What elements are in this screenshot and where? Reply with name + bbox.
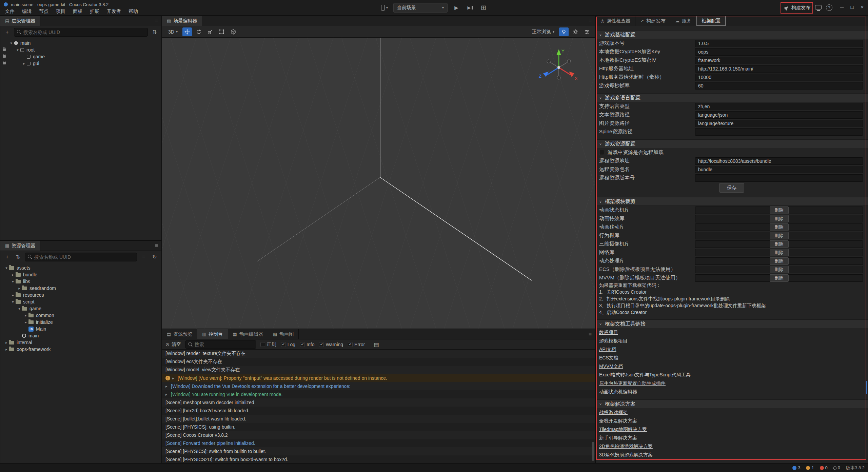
expand-arrow-icon[interactable]: ▸ [10, 293, 16, 297]
tree-node-internal[interactable]: ▸internal [0, 339, 161, 346]
expand-arrow-icon[interactable]: ▸ [165, 384, 171, 389]
export-log-icon[interactable]: ▤ [372, 340, 380, 349]
transform-space-button[interactable] [229, 27, 238, 36]
menu-item-扩展[interactable]: 扩展 [86, 7, 103, 15]
field-input-图片资源路径[interactable] [695, 120, 863, 127]
checkbox-icon[interactable]: ✓ [348, 342, 353, 347]
menu-item-节点[interactable]: 节点 [35, 7, 52, 15]
expand-arrow-icon[interactable]: ▸ [17, 286, 22, 291]
section-游戏基础配置[interactable]: ∨游戏基础配置 [596, 30, 868, 39]
doc-link-2D角色扮演游戏解决方案[interactable]: 2D角色扮演游戏解决方案 [599, 444, 653, 450]
expand-arrow-icon[interactable]: ▸ [21, 61, 27, 66]
delete-button[interactable]: 删除 [770, 206, 789, 214]
menu-item-文件[interactable]: 文件 [1, 7, 18, 15]
tab-service[interactable]: ☁服务 [670, 16, 696, 26]
delete-button[interactable]: 删除 [770, 240, 789, 248]
dimension-toggle-button[interactable]: 3D ▾ [165, 27, 180, 36]
delete-button[interactable]: 删除 [770, 274, 789, 282]
tree-node-main[interactable]: main [0, 332, 161, 339]
lock-icon[interactable] [3, 48, 6, 51]
hierarchy-search[interactable] [14, 28, 148, 37]
tree-node-oops-framework[interactable]: ▸oops-framework [0, 346, 161, 353]
field-input-远程资源地址[interactable] [695, 157, 863, 165]
tab-animation-graph[interactable]: ▧动画图 [268, 329, 299, 339]
tree-node-gui[interactable]: ▸gui [0, 60, 161, 67]
log-row[interactable]: [Scene] [box2d]:box2d wasm lib loaded. [162, 407, 595, 415]
doc-link-3D角色扮演游戏解决方案[interactable]: 3D角色扮演游戏解决方案 [599, 452, 653, 458]
filter-icon[interactable]: ⇅ [151, 28, 159, 36]
checkbox-icon[interactable] [599, 150, 604, 155]
tree-node-game[interactable]: game [0, 53, 161, 60]
console-scrollbar[interactable] [592, 442, 594, 461]
field-input-Http服务器地址[interactable] [695, 65, 863, 73]
log-row[interactable]: [Scene] [PHYSICS]: using builtin. [162, 423, 595, 431]
assets-search-input[interactable] [34, 254, 134, 260]
log-row[interactable]: ▸[Window] Download the Vue Devtools exte… [162, 382, 595, 390]
doc-link-动画状态机编辑器[interactable]: 动画状态机编辑器 [599, 389, 637, 395]
tree-node-resources[interactable]: ▸resources [0, 292, 161, 298]
doc-link-原生包热更新配置自动生成插件[interactable]: 原生包热更新配置自动生成插件 [599, 380, 666, 387]
collapse-arrow-icon[interactable]: ▾ [15, 48, 20, 52]
view-mode-selector[interactable]: 正常浏览 ▾ [529, 27, 557, 36]
log-row[interactable]: [Scene] meshopt wasm decoder initialized [162, 398, 595, 407]
tree-node-libs[interactable]: ▾libs [0, 278, 161, 285]
field-input-本地数据CryptoES加密IV[interactable] [695, 57, 863, 64]
view-options-button[interactable] [582, 27, 592, 36]
doc-link-全栈开发解决方案[interactable]: 全栈开发解决方案 [599, 418, 637, 424]
doc-link-教程项目[interactable]: 教程项目 [599, 330, 618, 336]
step-button[interactable]: ▶ [465, 3, 475, 13]
field-input-Http服务器请求超时（毫秒）[interactable] [695, 74, 863, 81]
doc-link-MVVM文档[interactable]: MVVM文档 [599, 363, 623, 370]
delete-button[interactable]: 删除 [770, 223, 789, 231]
doc-link-战棋游戏框架[interactable]: 战棋游戏框架 [599, 410, 628, 416]
delete-button[interactable]: 删除 [770, 266, 789, 273]
sort-icon[interactable]: ⇅ [14, 253, 22, 261]
tree-node-assets[interactable]: ▾assets [0, 264, 161, 271]
checkbox-icon[interactable]: ✓ [281, 342, 286, 347]
tab-assets[interactable]: ▦ 资源管理器 [0, 241, 40, 251]
checkbox-icon[interactable]: ✓ [319, 342, 324, 347]
checkbox-icon[interactable]: ✓ [300, 342, 305, 347]
log-row[interactable]: [Window] model_view文件夹不存在 [162, 366, 595, 374]
inspector-scrollbar[interactable] [866, 381, 867, 394]
panel-menu-icon[interactable]: ≡ [585, 18, 595, 24]
menu-item-面板[interactable]: 面板 [69, 7, 86, 15]
filter-正则[interactable]: 正则 [260, 341, 276, 348]
tree-node-root[interactable]: ▾root [0, 46, 161, 53]
section-框架文档工具链接[interactable]: ∨框架文档工具链接 [596, 319, 868, 328]
minimize-button[interactable]: ─ [837, 4, 846, 10]
refresh-icon[interactable]: ↻ [151, 253, 159, 261]
log-row[interactable]: [Scene] [PHYSICS]: switch from builtin t… [162, 447, 595, 455]
doc-link-新手引导解决方案[interactable]: 新手引导解决方案 [599, 435, 637, 441]
tab-build-publish[interactable]: ↗构建发布 [635, 16, 670, 26]
scale-tool-button[interactable] [205, 27, 215, 36]
section-游戏资源配置[interactable]: ∨游戏资源配置 [596, 139, 868, 148]
doc-link-ECS文档[interactable]: ECS文档 [599, 355, 618, 361]
console-warn-badge[interactable]: 1 [806, 465, 814, 470]
console-search[interactable] [185, 340, 256, 349]
build-publish-button[interactable]: 构建发布 [782, 3, 813, 13]
tab-assets-preview[interactable]: ▤资源预览 [162, 329, 197, 339]
tab-scene-editor[interactable]: ▧ 场景编辑器 [162, 16, 202, 26]
log-row[interactable]: [Scene] [bullet]:bullet wasm lib loaded. [162, 415, 595, 423]
close-button[interactable]: × [858, 4, 867, 10]
tab-hierarchy[interactable]: ▤ 层级管理器 [0, 16, 40, 26]
lock-icon[interactable] [3, 62, 6, 64]
field-input-游戏版本号[interactable] [695, 40, 863, 47]
scene-viewport[interactable]: Y X Z [162, 38, 595, 329]
add-node-button[interactable]: + [3, 28, 11, 36]
collapse-arrow-icon[interactable]: ▾ [10, 279, 16, 284]
light-toggle-button[interactable] [559, 27, 569, 36]
log-row[interactable]: ▸[Window] You are running Vue in develop… [162, 390, 595, 398]
tab-property-inspector[interactable]: ◎属性检查器 [596, 16, 635, 26]
collapse-arrow-icon[interactable]: ▾ [17, 307, 22, 311]
lock-icon[interactable] [3, 55, 6, 58]
filter-icon[interactable]: ≡ [140, 253, 148, 261]
rect-tool-button[interactable] [217, 27, 226, 36]
collapse-arrow-icon[interactable]: ▾ [8, 41, 14, 45]
filter-Info[interactable]: ✓Info [300, 342, 314, 347]
monitor-icon[interactable] [815, 5, 822, 9]
axis-gizmo[interactable]: Y X Z [537, 47, 581, 88]
log-row[interactable]: [Scene] Cocos Creator v3.8.2 [162, 431, 595, 439]
doc-link-游戏模板项目[interactable]: 游戏模板项目 [599, 338, 628, 344]
